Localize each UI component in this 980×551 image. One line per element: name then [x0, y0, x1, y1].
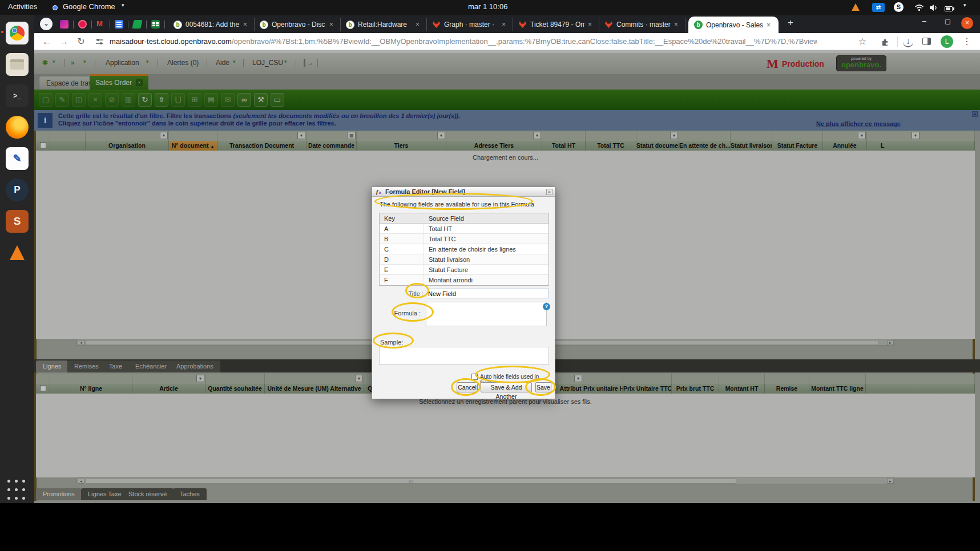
- docs-pinned-icon[interactable]: [115, 20, 123, 29]
- annotation-ellipse-title: [405, 283, 429, 298]
- clock[interactable]: mar 1 10:06: [468, 2, 507, 11]
- browser-tab[interactable]: b0054681: Add the×: [169, 18, 255, 31]
- sheets-pinned-icon[interactable]: [151, 20, 160, 29]
- tab-title: Ticket 89479 - Om: [530, 21, 584, 29]
- dock-vlc-icon[interactable]: [6, 241, 29, 264]
- browser-tab[interactable]: Ticket 89479 - Om×: [514, 18, 599, 31]
- close-dialog-icon[interactable]: ×: [546, 189, 552, 195]
- tab-title: Openbravo - Sales: [706, 21, 763, 29]
- screen: Activities Google Chrome ▾ mar 1 10:06 ⇄…: [0, 0, 980, 551]
- activities-button[interactable]: Activities: [8, 2, 37, 11]
- app-menu[interactable]: Google Chrome: [63, 2, 115, 11]
- source-field-header: Source Field: [424, 213, 549, 223]
- field-row[interactable]: BTotal TTC: [380, 234, 549, 244]
- profile-avatar[interactable]: L: [941, 35, 953, 48]
- minimize-window-icon[interactable]: −: [922, 17, 926, 26]
- annotation-ellipse-cancel: [451, 378, 481, 396]
- browser-tab[interactable]: Commits · master×: [600, 18, 685, 31]
- vlc-tray-icon[interactable]: [852, 3, 860, 11]
- close-tab-icon[interactable]: ×: [502, 21, 506, 29]
- pinned-tab-5-icon[interactable]: [132, 20, 142, 29]
- openbravo-favicon: b: [346, 21, 354, 29]
- dock-sublime-icon[interactable]: S: [6, 210, 29, 233]
- chevron-down-icon: ▾: [122, 2, 124, 8]
- pinned-tab-1-icon[interactable]: [60, 20, 68, 29]
- formula-input[interactable]: [426, 302, 547, 326]
- menu-kebab-icon[interactable]: ⋮: [960, 35, 974, 48]
- battery-icon[interactable]: [945, 5, 954, 13]
- openbravo-favicon: b: [174, 21, 182, 29]
- browser-tab[interactable]: Graph · master ·×: [428, 18, 513, 31]
- new-tab-icon[interactable]: +: [788, 17, 793, 29]
- annotation-ellipse-save: [525, 378, 556, 396]
- close-window-icon[interactable]: ×: [961, 17, 973, 29]
- fields-table-header: Key Source Field: [380, 213, 549, 224]
- side-panel-icon[interactable]: [922, 38, 931, 45]
- browser-tab-active[interactable]: bOpenbravo - Sales×: [688, 17, 779, 33]
- key-header: Key: [380, 213, 424, 223]
- pinned-tab-2-icon[interactable]: [78, 20, 87, 29]
- title-input[interactable]: [426, 289, 549, 298]
- tab-title: 0054681: Add the: [185, 21, 240, 29]
- wifi-icon[interactable]: [914, 4, 924, 11]
- downloads-icon[interactable]: ↓: [903, 36, 913, 47]
- os-topbar: Activities Google Chrome ▾ mar 1 10:06 ⇄…: [0, 0, 980, 15]
- annotation-ellipse-formula: [392, 302, 434, 322]
- dock-text-editor-icon[interactable]: ✎: [6, 147, 29, 170]
- close-tab-icon[interactable]: ×: [674, 21, 678, 29]
- dock-terminal-icon[interactable]: >_: [6, 84, 29, 107]
- volume-icon[interactable]: [929, 4, 939, 11]
- extensions-icon[interactable]: [881, 38, 889, 46]
- save-add-another-button[interactable]: Save & Add Another: [481, 382, 532, 392]
- teamviewer-tray-icon[interactable]: ⇄: [872, 3, 885, 12]
- close-tab-icon[interactable]: ×: [767, 21, 771, 29]
- help-icon[interactable]: ?: [543, 303, 550, 310]
- dock-firefox-icon[interactable]: [6, 116, 29, 139]
- dock-chrome-icon[interactable]: [6, 22, 29, 44]
- field-row[interactable]: CEn attente de choisir des lignes: [380, 244, 549, 254]
- openbravo-favicon: b: [260, 21, 268, 29]
- close-tab-icon[interactable]: ×: [588, 21, 592, 29]
- field-row[interactable]: ATotal HT: [380, 224, 549, 234]
- show-applications-icon[interactable]: [6, 478, 29, 501]
- url-domain: maisadour-test.cloud.openbravo.com: [110, 37, 232, 46]
- available-fields-table: Key Source Field ATotal HT BTotal TTC CE…: [379, 213, 549, 286]
- browser-tabstrip: ⌄ M b0054681: Add the× bOpenbravo - Disc…: [34, 15, 980, 33]
- gitlab-favicon: [432, 21, 441, 29]
- browser-tab[interactable]: bRetail:Hardware×: [341, 18, 427, 31]
- tab-title: Graph · master ·: [444, 21, 498, 29]
- maximize-window-icon[interactable]: ▢: [945, 18, 950, 25]
- field-row[interactable]: EStatut Facture: [380, 265, 549, 275]
- browser-toolbar: ← → ↻ maisadour-test.cloud.openbravo.com…: [34, 33, 980, 50]
- fx-icon-x: x: [379, 190, 381, 195]
- tab-title: Retail:Hardware: [358, 21, 412, 29]
- back-icon[interactable]: ←: [40, 35, 54, 48]
- url-bar[interactable]: maisadour-test.cloud.openbravo.com/openb…: [110, 37, 817, 46]
- openbravo-favicon: b: [694, 21, 703, 29]
- gitlab-favicon: [518, 21, 527, 29]
- close-tab-icon[interactable]: ×: [416, 21, 420, 29]
- bookmark-star-icon[interactable]: ☆: [856, 35, 869, 48]
- gitlab-favicon: [604, 21, 613, 29]
- dock-postgresql-icon[interactable]: P: [6, 179, 29, 201]
- toolbar-divider: [897, 37, 898, 47]
- forward-icon[interactable]: →: [57, 35, 71, 48]
- close-tab-icon[interactable]: ×: [243, 21, 247, 29]
- url-path: /openbravo/#%7Bst:1,bm:%5B%7BviewId:__OB…: [232, 37, 817, 46]
- dock: >_ ✎ P S: [0, 15, 34, 503]
- annotation-ellipse-sample: [373, 333, 414, 349]
- annotation-ellipse-intro: [374, 193, 533, 210]
- field-row[interactable]: DStatut livraison: [380, 254, 549, 265]
- browser-tab[interactable]: bOpenbravo - Disc×: [255, 18, 341, 31]
- tab-search-icon[interactable]: ⌄: [40, 18, 53, 30]
- site-settings-icon[interactable]: [95, 38, 104, 46]
- tab-title: Commits · master: [616, 21, 671, 29]
- tray-chevron-icon[interactable]: ▾: [963, 2, 966, 8]
- sample-output: [379, 347, 549, 364]
- dock-files-icon[interactable]: [6, 53, 29, 76]
- close-tab-icon[interactable]: ×: [329, 21, 333, 29]
- gmail-pinned-icon[interactable]: M: [96, 19, 103, 28]
- reload-icon[interactable]: ↻: [74, 35, 88, 48]
- field-row[interactable]: FMontant arrondi: [380, 275, 549, 285]
- skype-tray-icon[interactable]: S: [894, 2, 904, 12]
